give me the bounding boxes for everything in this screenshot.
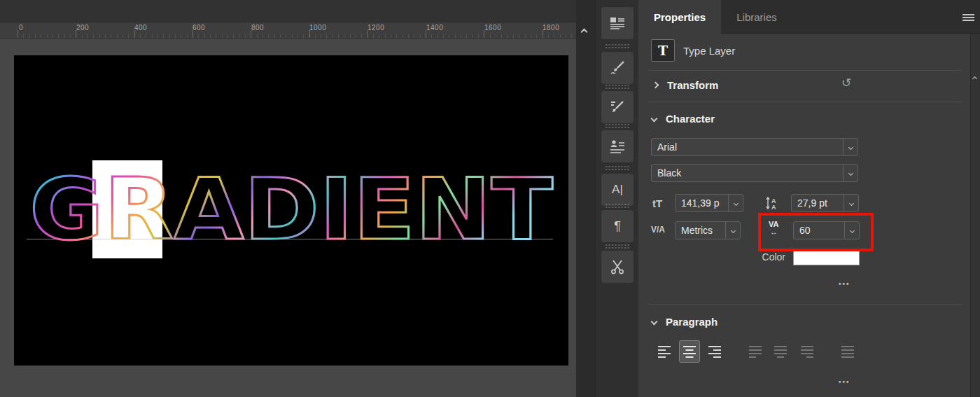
leading-icon: A A xyxy=(765,196,783,210)
document-canvas[interactable]: GRADIENT xyxy=(14,55,568,365)
ruler-tick: 200 xyxy=(76,24,89,32)
canvas-workspace: GRADIENT xyxy=(0,39,576,397)
tracking-select[interactable]: 60 xyxy=(793,221,860,239)
paragraph-label: Paragraph xyxy=(666,316,718,328)
chevron-down-icon xyxy=(848,200,853,205)
font-size-value: 141,39 p xyxy=(676,195,728,211)
dock-grip-handle[interactable] xyxy=(605,43,630,49)
layer-type-label: Type Layer xyxy=(683,45,735,57)
panel-tab-bar: Properties Libraries xyxy=(638,0,980,34)
panel-dock: A| ¶ xyxy=(595,0,638,397)
dock-button-brushes[interactable] xyxy=(601,91,634,123)
dock-grip-handle[interactable] xyxy=(605,123,630,129)
kerning-select[interactable]: Metrics xyxy=(675,221,741,239)
chevron-down-icon xyxy=(730,228,735,232)
tab-libraries[interactable]: Libraries xyxy=(721,0,792,34)
ruler-tick: 1600 xyxy=(484,24,501,32)
reset-transform-icon[interactable]: ↺ xyxy=(841,76,851,90)
type-layer-icon-letter: T xyxy=(658,43,668,58)
paragraph-panel-icon: ¶ xyxy=(614,219,621,234)
align-right-icon xyxy=(708,344,722,358)
align-center-button[interactable] xyxy=(679,340,700,363)
font-family-select[interactable]: Arial xyxy=(651,138,858,156)
justify-last-right-icon xyxy=(800,344,814,358)
font-style-value: Black xyxy=(652,165,843,181)
ruler-tick: 400 xyxy=(134,24,147,32)
chevron-down-icon xyxy=(848,144,853,149)
divider xyxy=(648,70,962,71)
paragraph-more-options-button[interactable]: ••• xyxy=(839,378,850,386)
transform-label: Transform xyxy=(667,79,718,91)
chevron-down-icon xyxy=(849,228,854,232)
kerning-dropdown-button[interactable] xyxy=(725,222,740,239)
leading-select[interactable]: 27,9 pt xyxy=(791,194,859,212)
ruler-tick: 1000 xyxy=(309,24,326,32)
font-size-select[interactable]: 141,39 p xyxy=(675,194,743,212)
panel-menu-icon[interactable] xyxy=(962,14,974,21)
font-style-select[interactable]: Black xyxy=(651,164,858,182)
character-panel-icon: A| xyxy=(612,183,623,197)
scroll-up-icon[interactable] xyxy=(581,29,588,36)
chevron-right-icon xyxy=(652,82,659,89)
color-label: Color xyxy=(741,251,785,263)
align-left-button[interactable] xyxy=(654,340,675,363)
properties-panel: Properties Libraries T Type Layer Transf… xyxy=(638,0,980,397)
dock-grip-handle[interactable] xyxy=(605,165,630,171)
horizontal-ruler[interactable]: 0 200 400 600 800 1000 1200 1400 1600 18… xyxy=(0,22,576,39)
text-baseline-guide xyxy=(27,239,553,239)
tracking-icon: VA ↔ xyxy=(769,221,778,236)
panel-scrollbar[interactable] xyxy=(970,34,980,397)
dock-button-paragraph-styles[interactable] xyxy=(601,7,634,39)
dock-grip-handle[interactable] xyxy=(605,244,630,249)
font-family-dropdown-button[interactable] xyxy=(843,139,858,155)
justify-last-center-button[interactable] xyxy=(770,340,791,363)
leading-value: 27,9 pt xyxy=(792,195,844,211)
ruler-tick: 600 xyxy=(192,24,205,32)
character-section-header[interactable]: Character xyxy=(652,113,715,125)
character-more-options-button[interactable]: ••• xyxy=(839,280,850,288)
tracking-icon-arrow: ↔ xyxy=(770,228,777,236)
justify-last-left-button[interactable] xyxy=(745,340,766,363)
dock-button-brush-settings[interactable] xyxy=(601,52,634,84)
align-center-icon xyxy=(682,344,696,358)
tracking-icon-letters: VA xyxy=(769,221,778,228)
chevron-down-icon xyxy=(848,170,853,175)
tab-properties[interactable]: Properties xyxy=(638,0,721,34)
dock-button-character-panel[interactable]: A| xyxy=(601,174,634,206)
ruler-tick: 1400 xyxy=(426,24,443,32)
chevron-down-icon xyxy=(651,319,658,326)
character-styles-panel-icon xyxy=(609,138,626,155)
dock-grip-handle[interactable] xyxy=(605,203,630,209)
dock-button-character-styles[interactable] xyxy=(601,130,634,162)
tab-libraries-label: Libraries xyxy=(736,11,777,23)
scissors-icon xyxy=(609,258,626,275)
divider xyxy=(648,102,962,102)
kerning-icon: V/A xyxy=(651,225,665,235)
chevron-down-icon xyxy=(733,200,738,205)
paragraph-styles-panel-icon xyxy=(609,15,626,32)
canvas-text: GRADIENT xyxy=(29,172,553,249)
gradient-text: GRADIENT xyxy=(27,172,559,249)
justify-all-button[interactable] xyxy=(837,340,858,363)
font-size-dropdown-button[interactable] xyxy=(728,195,743,211)
paragraph-section-header[interactable]: Paragraph xyxy=(652,316,718,328)
font-style-dropdown-button[interactable] xyxy=(843,165,858,181)
svg-text:A: A xyxy=(771,204,776,210)
window-edge-strip xyxy=(576,0,595,397)
justify-last-center-icon xyxy=(774,344,788,358)
dock-button-paragraph-panel[interactable]: ¶ xyxy=(601,210,634,242)
font-size-icon: tT xyxy=(652,197,662,209)
transform-section-header[interactable]: Transform xyxy=(653,79,718,91)
dock-button-scissors[interactable] xyxy=(601,251,634,283)
tab-properties-label: Properties xyxy=(654,11,706,23)
text-color-swatch[interactable] xyxy=(793,250,860,265)
dock-grip-handle[interactable] xyxy=(605,84,630,90)
align-right-button[interactable] xyxy=(704,340,725,363)
font-family-value: Arial xyxy=(652,139,843,155)
ruler-tick: 1800 xyxy=(542,24,559,32)
justify-last-right-button[interactable] xyxy=(797,340,818,363)
tracking-dropdown-button[interactable] xyxy=(844,222,859,239)
brush-settings-panel-icon xyxy=(609,60,626,76)
leading-dropdown-button[interactable] xyxy=(844,195,858,211)
scrollbar-up-icon xyxy=(972,76,977,81)
